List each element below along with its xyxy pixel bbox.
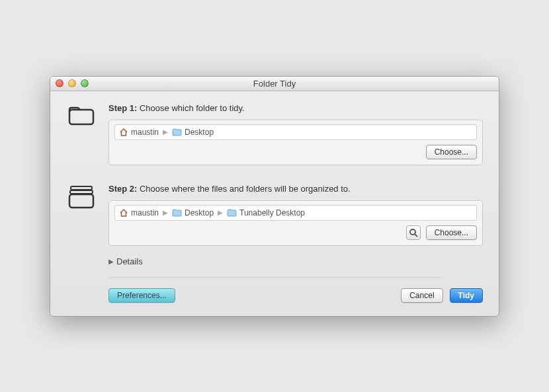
step-2-breadcrumb[interactable]: maustin ▶ Desktop ▶ Tunabelly Desktop [114, 205, 477, 221]
breadcrumb-item: Tunabelly Desktop [227, 208, 305, 217]
chevron-right-icon: ▶ [163, 128, 168, 136]
svg-rect-1 [71, 186, 92, 190]
step-1-label: Step 1: [108, 103, 137, 113]
step-2-pathbox: maustin ▶ Desktop ▶ Tunabelly Desktop [108, 200, 483, 246]
svg-rect-3 [69, 194, 93, 208]
preferences-button[interactable]: Preferences... [108, 288, 175, 303]
step-2: Step 2: Choose where the files and folde… [66, 184, 483, 246]
breadcrumb-item: Desktop [172, 208, 214, 217]
folder-mini-icon [172, 209, 182, 217]
choose-button[interactable]: Choose... [426, 145, 477, 159]
chevron-right-icon: ▶ [218, 209, 223, 216]
details-disclosure[interactable]: ▶ Details [108, 256, 483, 266]
step-1: Step 1: Choose which folder to tidy. mau… [66, 103, 483, 165]
content: Step 1: Choose which folder to tidy. mau… [50, 91, 499, 316]
footer: Preferences... Cancel Tidy [66, 288, 483, 303]
home-icon [119, 208, 128, 217]
chevron-right-icon: ▶ [163, 209, 168, 216]
zoom-icon[interactable] [81, 79, 89, 87]
folder-mini-icon [172, 128, 182, 136]
titlebar: Folder Tidy [50, 77, 499, 91]
step-2-heading: Step 2: Choose where the files and folde… [108, 184, 483, 194]
separator [108, 277, 441, 278]
folder-mini-icon [227, 209, 237, 217]
details-label: Details [116, 256, 143, 266]
folders-stack-icon [66, 184, 97, 246]
breadcrumb-item: maustin [119, 208, 159, 217]
home-icon [119, 128, 128, 137]
svg-rect-2 [70, 190, 93, 194]
svg-rect-0 [69, 110, 93, 124]
folder-icon [66, 103, 97, 165]
step-1-heading: Step 1: Choose which folder to tidy. [108, 103, 483, 113]
step-2-label: Step 2: [108, 184, 137, 194]
search-icon [409, 228, 418, 237]
window-title: Folder Tidy [50, 79, 499, 89]
breadcrumb-item: maustin [119, 128, 159, 137]
minimize-icon[interactable] [68, 79, 76, 87]
close-icon[interactable] [56, 79, 63, 87]
disclosure-triangle-icon: ▶ [108, 258, 114, 265]
choose-button[interactable]: Choose... [426, 225, 477, 240]
step-1-text: Choose which folder to tidy. [140, 103, 245, 113]
app-window: Folder Tidy Step 1: Choose which folder … [50, 76, 499, 317]
traffic-lights [50, 79, 89, 87]
step-1-breadcrumb[interactable]: maustin ▶ Desktop [114, 124, 477, 140]
cancel-button[interactable]: Cancel [401, 288, 443, 303]
breadcrumb-item: Desktop [172, 128, 214, 137]
svg-line-5 [415, 234, 417, 237]
step-2-text: Choose where the files and folders will … [140, 184, 351, 194]
tidy-button[interactable]: Tidy [450, 288, 483, 303]
step-1-pathbox: maustin ▶ Desktop Choose... [108, 120, 483, 165]
reveal-in-finder-button[interactable] [406, 225, 421, 240]
